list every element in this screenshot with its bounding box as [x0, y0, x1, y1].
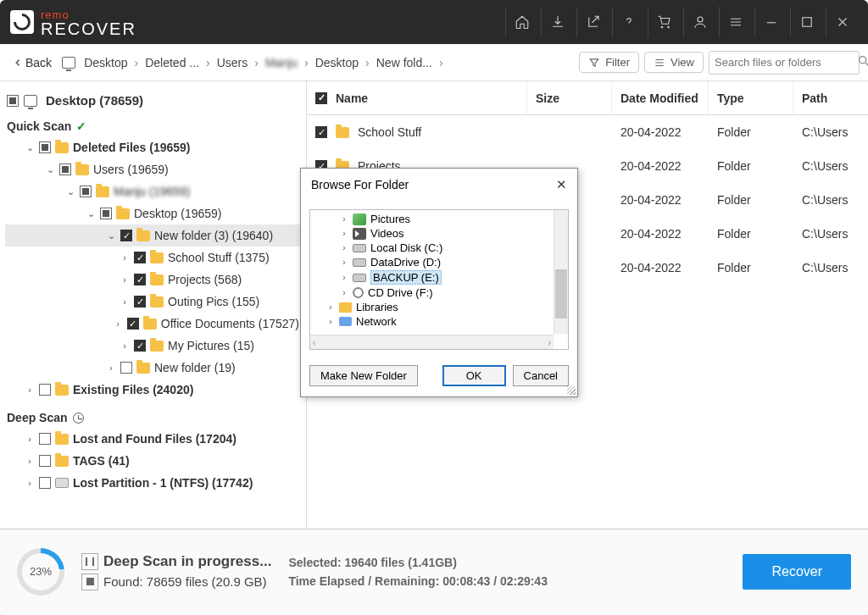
progress-ring: 23%: [17, 548, 64, 596]
col-size[interactable]: Size: [527, 81, 612, 114]
tree-item[interactable]: Outing Pics (155): [168, 293, 259, 310]
checkbox[interactable]: [120, 362, 132, 374]
search-input[interactable]: [709, 51, 860, 75]
expander-icon[interactable]: ›: [120, 271, 130, 288]
checkbox[interactable]: [134, 340, 146, 352]
expander-icon[interactable]: ⌄: [45, 161, 55, 178]
expander-icon[interactable]: ›: [25, 452, 35, 469]
crumb[interactable]: Manju: [262, 54, 301, 71]
checkbox[interactable]: [39, 384, 51, 396]
dialog-h-scrollbar[interactable]: ‹›: [310, 335, 554, 349]
view-button[interactable]: View: [644, 52, 704, 73]
back-button[interactable]: Back: [8, 53, 57, 73]
expander-icon[interactable]: ›: [25, 430, 35, 447]
resize-handle[interactable]: [567, 386, 576, 395]
crumb[interactable]: Desktop: [81, 54, 131, 71]
col-name[interactable]: Name: [336, 91, 368, 105]
folder-item-selected[interactable]: BACKUP (E:): [370, 270, 442, 285]
folder-item[interactable]: Libraries: [356, 301, 398, 313]
tree-item[interactable]: Lost Partition - 1 (NTFS) (17742): [73, 474, 253, 491]
download-icon[interactable]: [541, 7, 573, 37]
tree-item[interactable]: New folder (3) (19640): [154, 227, 273, 244]
tree-item[interactable]: School Stuff (1375): [168, 249, 270, 266]
checkbox[interactable]: [120, 230, 132, 241]
tree-item[interactable]: New folder (19): [154, 359, 236, 376]
maximize-icon[interactable]: [790, 7, 822, 37]
app-logo: remo RECOVER: [10, 8, 136, 36]
expander-icon[interactable]: ›: [25, 381, 35, 398]
folder-item[interactable]: Local Disk (C:): [370, 241, 442, 254]
tree-item[interactable]: TAGS (41): [73, 452, 130, 469]
checkbox[interactable]: [39, 433, 51, 445]
expander-icon[interactable]: ›: [106, 359, 116, 376]
folder-item[interactable]: DataDrive (D:): [370, 256, 441, 269]
filter-button[interactable]: Filter: [579, 52, 639, 73]
expander-icon[interactable]: ›: [120, 293, 130, 310]
dialog-close-icon[interactable]: ✕: [556, 177, 567, 192]
checkbox[interactable]: [315, 126, 327, 138]
expander-icon[interactable]: ⌄: [106, 227, 116, 244]
user-icon[interactable]: [683, 7, 715, 37]
tree-item[interactable]: Manju (19659): [114, 183, 190, 200]
ok-button[interactable]: OK: [442, 365, 506, 386]
checkbox[interactable]: [134, 274, 146, 285]
checkbox[interactable]: [7, 95, 19, 107]
expander-icon[interactable]: ›: [120, 337, 130, 354]
checkbox[interactable]: [100, 208, 112, 219]
folder-item[interactable]: Videos: [370, 227, 404, 240]
tree-item[interactable]: Existing Files (24020): [73, 381, 193, 398]
crumb[interactable]: Desktop: [312, 54, 362, 71]
select-all-checkbox[interactable]: [315, 92, 327, 104]
expander-icon[interactable]: ⌄: [65, 183, 75, 200]
tree-item[interactable]: Office Documents (17527): [161, 315, 299, 332]
disk-icon: [353, 274, 366, 282]
folder-item[interactable]: Pictures: [370, 213, 410, 225]
tree-root-label: Desktop (78659): [46, 93, 143, 108]
crumb[interactable]: Users: [214, 54, 252, 71]
expander-icon[interactable]: ›: [25, 474, 35, 491]
col-date[interactable]: Date Modified: [612, 81, 709, 114]
make-new-folder-button[interactable]: Make New Folder: [309, 365, 418, 386]
crumb[interactable]: Deleted ...: [142, 54, 203, 71]
folder-item[interactable]: CD Drive (F:): [368, 286, 433, 299]
tree-item[interactable]: Deleted Files (19659): [73, 139, 191, 156]
tree-item[interactable]: Projects (568): [168, 271, 242, 288]
checkbox[interactable]: [134, 296, 146, 308]
expander-icon[interactable]: ›: [120, 249, 130, 266]
svg-point-2: [860, 56, 866, 63]
stop-button[interactable]: [81, 573, 98, 590]
pause-button[interactable]: [81, 553, 98, 570]
col-type[interactable]: Type: [709, 81, 793, 114]
export-icon[interactable]: [576, 7, 609, 37]
checkbox[interactable]: [39, 455, 51, 467]
expander-icon[interactable]: ›: [114, 315, 123, 332]
recover-button[interactable]: Recover: [743, 554, 851, 590]
expander-icon[interactable]: ⌄: [86, 205, 96, 222]
checkbox[interactable]: [80, 186, 92, 197]
table-row[interactable]: School Stuff 20-04-2022FolderC:\Users: [307, 115, 868, 149]
tree-item[interactable]: Lost and Found Files (17204): [73, 430, 236, 447]
checkbox[interactable]: [39, 477, 51, 489]
tree-item[interactable]: Desktop (19659): [134, 205, 222, 222]
crumb[interactable]: New fold...: [373, 54, 436, 71]
selected-text: Selected: 19640 files (1.41GB): [288, 553, 726, 572]
minimize-icon[interactable]: [754, 7, 787, 37]
checkbox[interactable]: [39, 141, 51, 153]
cart-icon[interactable]: [648, 7, 680, 37]
tree-item[interactable]: My Pictures (15): [168, 337, 254, 354]
cancel-button[interactable]: Cancel: [513, 365, 569, 386]
dialog-scrollbar[interactable]: [554, 210, 568, 334]
menu-icon[interactable]: [719, 7, 751, 37]
home-icon[interactable]: [505, 7, 537, 37]
expander-icon[interactable]: ⌄: [25, 139, 35, 156]
folder-item[interactable]: Network: [356, 315, 397, 328]
help-icon[interactable]: [612, 7, 644, 37]
col-path[interactable]: Path: [793, 81, 868, 114]
search-icon[interactable]: [857, 54, 868, 71]
checkbox[interactable]: [127, 318, 139, 330]
tree-item[interactable]: Users (19659): [93, 161, 169, 178]
close-icon[interactable]: [826, 7, 858, 37]
disk-icon: [353, 244, 366, 252]
checkbox[interactable]: [134, 252, 146, 263]
checkbox[interactable]: [59, 163, 71, 175]
